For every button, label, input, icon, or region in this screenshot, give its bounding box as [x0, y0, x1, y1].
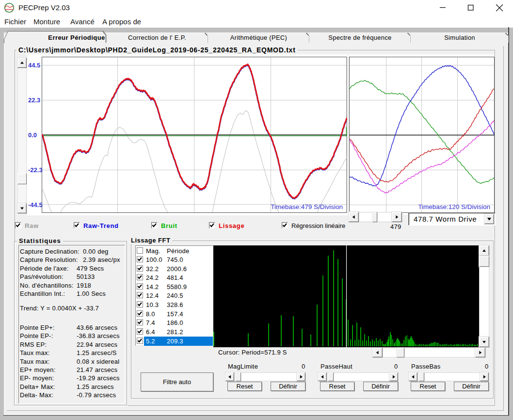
svg-text:0.0: 0.0	[28, 131, 37, 139]
svg-text:22.3: 22.3	[28, 97, 40, 104]
svg-text:-22.3: -22.3	[28, 166, 43, 174]
svg-text:44.5: 44.5	[28, 62, 40, 69]
svg-text:-44.5: -44.5	[28, 201, 43, 209]
svg-text:Timebase:479 S/Division: Timebase:479 S/Division	[271, 203, 343, 210]
svg-text:Timebase:120 S/Division: Timebase:120 S/Division	[418, 203, 490, 210]
